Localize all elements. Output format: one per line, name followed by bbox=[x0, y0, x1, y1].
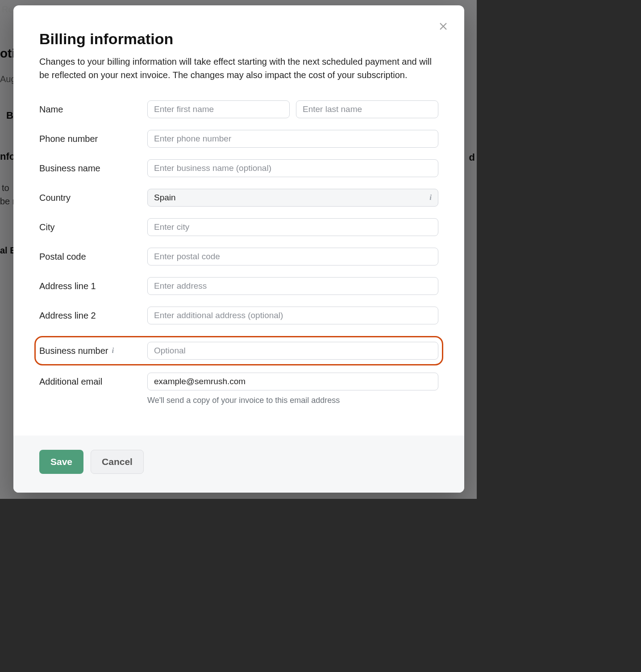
row-city: City bbox=[39, 218, 438, 236]
row-name: Name bbox=[39, 100, 438, 118]
label-name: Name bbox=[39, 104, 147, 115]
first-name-input[interactable] bbox=[147, 100, 290, 118]
label-country: Country bbox=[39, 193, 147, 203]
additional-email-helper: We'll send a copy of your invoice to thi… bbox=[147, 396, 438, 405]
row-address1: Address line 1 bbox=[39, 277, 438, 295]
row-business-name: Business name bbox=[39, 159, 438, 177]
modal-body: Billing information Changes to your bill… bbox=[13, 5, 464, 436]
modal-subtitle: Changes to your billing information will… bbox=[39, 55, 438, 82]
row-business-number: Business number i bbox=[34, 336, 443, 365]
business-number-label-text: Business number bbox=[39, 346, 108, 356]
row-country: Country Spain i bbox=[39, 189, 438, 207]
label-phone: Phone number bbox=[39, 134, 147, 144]
last-name-input[interactable] bbox=[296, 100, 438, 118]
label-address2: Address line 2 bbox=[39, 311, 147, 321]
additional-email-input[interactable] bbox=[147, 373, 438, 390]
address2-input[interactable] bbox=[147, 307, 438, 324]
city-input[interactable] bbox=[147, 218, 438, 236]
row-postal-code: Postal code bbox=[39, 248, 438, 265]
address1-input[interactable] bbox=[147, 277, 438, 295]
info-icon: i bbox=[429, 193, 432, 202]
row-address2: Address line 2 bbox=[39, 307, 438, 324]
label-business-number: Business number i bbox=[39, 346, 147, 356]
modal-title: Billing information bbox=[39, 30, 438, 48]
postal-code-input[interactable] bbox=[147, 248, 438, 265]
close-button[interactable] bbox=[436, 19, 451, 34]
label-additional-email: Additional email bbox=[39, 377, 147, 387]
row-phone: Phone number bbox=[39, 130, 438, 148]
label-postal-code: Postal code bbox=[39, 252, 147, 262]
country-select[interactable]: Spain i bbox=[147, 189, 438, 207]
modal-footer: Save Cancel bbox=[13, 436, 464, 493]
label-business-name: Business name bbox=[39, 163, 147, 174]
business-name-input[interactable] bbox=[147, 159, 438, 177]
business-number-input[interactable] bbox=[147, 342, 438, 360]
save-button[interactable]: Save bbox=[39, 450, 83, 474]
info-icon[interactable]: i bbox=[112, 346, 114, 355]
label-address1: Address line 1 bbox=[39, 281, 147, 291]
cancel-button[interactable]: Cancel bbox=[91, 450, 144, 474]
country-value: Spain bbox=[154, 193, 176, 203]
label-city: City bbox=[39, 222, 147, 232]
row-additional-email: Additional email bbox=[39, 373, 438, 390]
billing-modal: Billing information Changes to your bill… bbox=[13, 5, 464, 493]
close-icon bbox=[438, 21, 449, 32]
phone-input[interactable] bbox=[147, 130, 438, 148]
